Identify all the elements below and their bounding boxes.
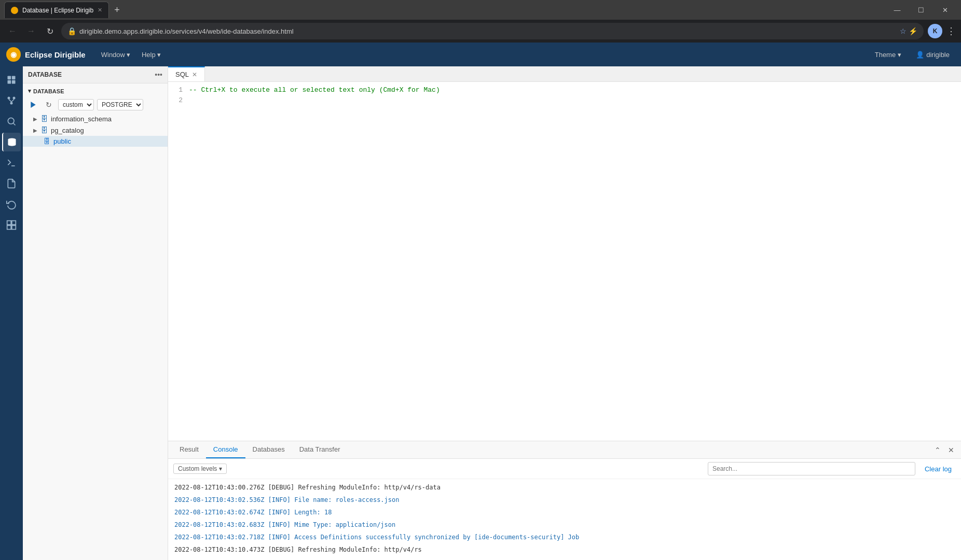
close-panel-button[interactable]: ✕ bbox=[945, 444, 957, 456]
result-tab[interactable]: Result bbox=[172, 441, 206, 458]
sidebar-header: Database ••• bbox=[23, 66, 168, 83]
clear-log-button[interactable]: Clear log bbox=[921, 464, 956, 474]
run-button[interactable] bbox=[27, 99, 39, 111]
address-bar[interactable]: 🔒 dirigible.demo.apps.dirigible.io/servi… bbox=[61, 23, 924, 39]
databases-tab[interactable]: Databases bbox=[245, 441, 292, 458]
sql-tab-close[interactable]: ✕ bbox=[192, 71, 197, 78]
profile-button[interactable]: K bbox=[928, 24, 942, 38]
expand-arrow-icon: ▶ bbox=[33, 128, 37, 133]
section-collapse-icon: ▾ bbox=[28, 88, 31, 94]
files-activity-item[interactable] bbox=[2, 71, 21, 89]
datashapes-activity-item[interactable] bbox=[2, 216, 21, 234]
svg-line-7 bbox=[9, 100, 11, 102]
data-transfer-tab[interactable]: Data Transfer bbox=[292, 441, 348, 458]
tree-label: public bbox=[53, 137, 71, 145]
sidebar-more-button[interactable]: ••• bbox=[155, 71, 162, 79]
schema-icon: 🗄 bbox=[44, 137, 50, 145]
svg-line-10 bbox=[13, 123, 16, 125]
custom-dropdown[interactable]: custom bbox=[58, 99, 94, 110]
new-tab-button[interactable]: + bbox=[114, 5, 120, 16]
svg-rect-3 bbox=[12, 80, 16, 84]
bottom-panel: Result Console Databases Data Transfer ⌃… bbox=[168, 441, 961, 560]
active-tab[interactable]: Database | Eclipse Dirigib ✕ bbox=[4, 2, 109, 18]
database-section-label[interactable]: ▾ DATABASE bbox=[23, 86, 168, 96]
custom-levels-button[interactable]: Custom levels ▾ bbox=[173, 464, 227, 474]
theme-button[interactable]: Theme ▾ bbox=[870, 49, 907, 61]
tab-close-btn[interactable]: ✕ bbox=[98, 7, 102, 13]
database-section: ▾ DATABASE ↻ custom POSTGRE bbox=[23, 83, 168, 149]
forward-button[interactable]: → bbox=[24, 24, 38, 38]
expand-arrow-icon: ▶ bbox=[33, 116, 37, 122]
log-entry-2: 2022-08-12T10:43:02.674Z [INFO] Length: … bbox=[168, 506, 961, 519]
logo-letter: ◉ bbox=[10, 50, 17, 59]
app-header: ◉ Eclipse Dirigible Window ▾ Help ▾ Them… bbox=[0, 43, 961, 66]
more-options-button[interactable]: ⋮ bbox=[946, 25, 956, 37]
back-button[interactable]: ← bbox=[5, 24, 20, 38]
tree-label: pg_catalog bbox=[51, 127, 84, 134]
clear-log-label: Clear log bbox=[925, 465, 952, 473]
line-number-1: 1 bbox=[168, 86, 189, 96]
tab-favicon bbox=[11, 7, 18, 14]
db-dropdown[interactable]: POSTGRE bbox=[97, 99, 143, 110]
svg-rect-13 bbox=[7, 221, 11, 225]
refresh-button[interactable]: ↻ bbox=[43, 99, 55, 111]
database-activity-item[interactable] bbox=[2, 133, 21, 151]
maximize-panel-button[interactable]: ⌃ bbox=[932, 444, 943, 456]
help-menu[interactable]: Help ▾ bbox=[136, 49, 166, 61]
documents-activity-item[interactable] bbox=[2, 174, 21, 193]
theme-arrow-icon: ▾ bbox=[898, 51, 901, 59]
section-title: DATABASE bbox=[33, 88, 64, 94]
log-entry-5: 2022-08-12T10:43:10.473Z [DEBUG] Refresh… bbox=[168, 543, 961, 556]
theme-label: Theme bbox=[875, 51, 896, 59]
search-activity-item[interactable] bbox=[2, 112, 21, 131]
app-logo: ◉ Eclipse Dirigible bbox=[6, 47, 86, 62]
sql-tab[interactable]: SQL ✕ bbox=[168, 66, 205, 81]
custom-levels-label: Custom levels bbox=[178, 465, 217, 472]
db-toolbar: ↻ custom POSTGRE bbox=[23, 96, 168, 113]
maximize-button[interactable]: ☐ bbox=[909, 2, 933, 18]
code-line-1: 1 -- Ctrl+X to execute all or selected t… bbox=[168, 86, 961, 96]
user-icon: 👤 bbox=[916, 51, 924, 59]
lock-icon: 🔒 bbox=[67, 27, 76, 35]
reload-button[interactable]: ↻ bbox=[43, 24, 57, 38]
line-number-2: 2 bbox=[168, 96, 189, 107]
svg-point-9 bbox=[8, 118, 14, 124]
svg-rect-0 bbox=[8, 76, 11, 80]
tree-item-public[interactable]: 🗄 public bbox=[23, 136, 168, 147]
bottom-tabs: Result Console Databases Data Transfer ⌃… bbox=[168, 441, 961, 459]
tab-bar: Database | Eclipse Dirigib ✕ + — ☐ ✕ bbox=[0, 0, 961, 20]
console-tab[interactable]: Console bbox=[206, 441, 245, 458]
sql-tab-label: SQL bbox=[175, 71, 189, 78]
svg-point-4 bbox=[8, 97, 10, 100]
custom-levels-arrow: ▾ bbox=[219, 465, 222, 472]
git-activity-item[interactable] bbox=[2, 91, 21, 110]
header-right: Theme ▾ 👤 dirigible bbox=[870, 49, 955, 61]
app-body: Database ••• ▾ DATABASE ↻ custom bbox=[0, 66, 961, 560]
bookmark-icon[interactable]: ☆ bbox=[900, 27, 907, 35]
console-search-input[interactable] bbox=[708, 462, 915, 475]
user-button[interactable]: 👤 dirigible bbox=[911, 49, 955, 61]
minimize-button[interactable]: — bbox=[885, 2, 909, 18]
line-content-2 bbox=[189, 96, 961, 107]
svg-rect-14 bbox=[12, 221, 16, 225]
address-bar-icons: ☆ ⚡ bbox=[900, 27, 917, 35]
jobs-activity-item[interactable] bbox=[2, 195, 21, 214]
line-content-1: -- Ctrl+X to execute all or selected tex… bbox=[189, 86, 961, 96]
close-button[interactable]: ✕ bbox=[933, 2, 957, 18]
tree-item-pg-catalog[interactable]: ▶ 🗄 pg_catalog bbox=[23, 124, 168, 136]
log-entry-0: 2022-08-12T10:43:00.276Z [DEBUG] Refresh… bbox=[168, 481, 961, 494]
window-menu[interactable]: Window ▾ bbox=[96, 49, 135, 61]
extensions-icon[interactable]: ⚡ bbox=[909, 27, 917, 35]
app-header-nav: Window ▾ Help ▾ bbox=[96, 49, 166, 61]
tree-item-information-schema[interactable]: ▶ 🗄 information_schema bbox=[23, 113, 168, 124]
user-label: dirigible bbox=[926, 51, 950, 59]
sidebar: Database ••• ▾ DATABASE ↻ custom bbox=[23, 66, 168, 560]
svg-rect-2 bbox=[8, 80, 11, 84]
address-text: dirigible.demo.apps.dirigible.io/service… bbox=[79, 27, 897, 35]
svg-rect-1 bbox=[12, 76, 16, 80]
editor-tabs: SQL ✕ bbox=[168, 66, 961, 82]
terminal-activity-item[interactable] bbox=[2, 153, 21, 172]
browser-chrome: Database | Eclipse Dirigib ✕ + — ☐ ✕ ← →… bbox=[0, 0, 961, 43]
svg-point-6 bbox=[10, 102, 13, 105]
code-editor[interactable]: 1 -- Ctrl+X to execute all or selected t… bbox=[168, 82, 961, 441]
